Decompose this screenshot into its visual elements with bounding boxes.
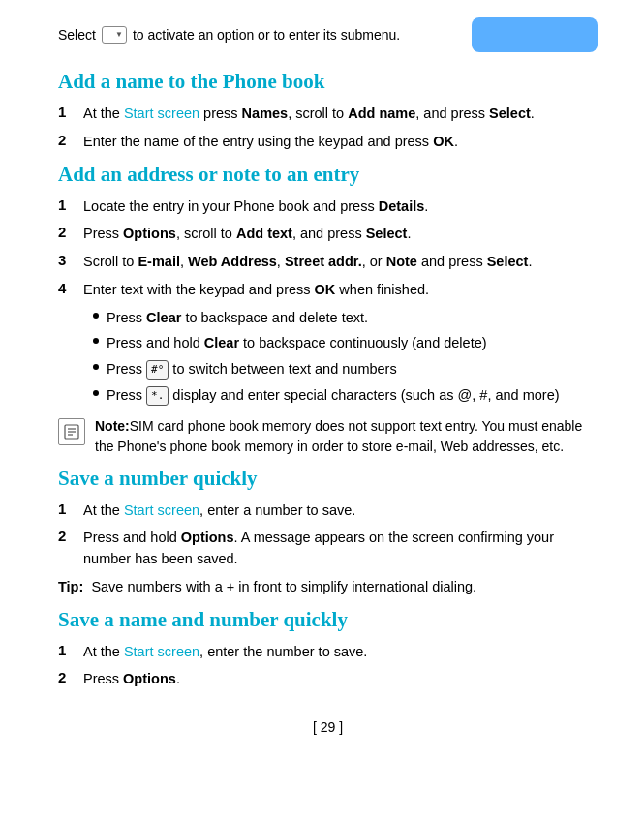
page-number: [ 29 ] (58, 719, 598, 735)
bullet-dot (93, 313, 99, 319)
select-label: Select (58, 27, 96, 43)
step-2-3: 3 Scroll to E-mail, Web Address, Street … (58, 252, 598, 273)
step-text: Enter the name of the entry using the ke… (83, 132, 458, 153)
start-screen-link: Start screen (124, 644, 199, 659)
select-icon (102, 26, 127, 44)
step-num: 1 (58, 197, 74, 218)
start-screen-link: Start screen (124, 106, 199, 121)
note-box: Note:SIM card phone book memory does not… (58, 416, 598, 457)
bullet-text: Press and hold Clear to backspace contin… (107, 333, 487, 354)
star-key-icon: *. (146, 386, 169, 407)
bullet-item: Press *. display and enter special chara… (93, 385, 598, 407)
step-text: Scroll to E-mail, Web Address, Street ad… (83, 252, 532, 273)
step-1-1: 1 At the Start screen press Names, scrol… (58, 104, 598, 125)
step-text: At the Start screen, enter a number to s… (83, 501, 355, 522)
step-2-1: 1 Locate the entry in your Phone book an… (58, 197, 598, 218)
step-text: At the Start screen press Names, scroll … (83, 104, 535, 125)
bullet-dot (93, 390, 99, 396)
step-text: Press and hold Options. A message appear… (83, 528, 598, 570)
step-text: Enter text with the keypad and press OK … (83, 280, 429, 301)
section4-title: Save a name and number quickly (58, 608, 598, 632)
instruction-rest: to activate an option or to enter its su… (133, 27, 400, 43)
note-svg-icon (63, 423, 80, 440)
step-num: 4 (58, 280, 74, 301)
top-instruction: Select to activate an option or to enter… (58, 26, 472, 44)
step-1-2: 2 Enter the name of the entry using the … (58, 132, 598, 153)
step-4-1: 1 At the Start screen, enter the number … (58, 642, 598, 663)
bullet-dot (93, 338, 99, 344)
step-num: 3 (58, 252, 74, 273)
bullet-list: Press Clear to backspace and delete text… (93, 308, 598, 407)
note-label: Note: (95, 418, 130, 434)
note-text: Note:SIM card phone book memory does not… (95, 416, 598, 457)
step-num: 1 (58, 642, 74, 663)
note-content: SIM card phone book memory does not supp… (95, 418, 582, 454)
hash-key-icon: #° (146, 360, 169, 380)
start-screen-link: Start screen (124, 502, 199, 518)
step-num: 1 (58, 104, 74, 125)
section3-title: Save a number quickly (58, 467, 598, 491)
bullet-text: Press #° to switch between text and numb… (107, 359, 397, 380)
step-num: 2 (58, 528, 74, 570)
step-num: 2 (58, 224, 74, 245)
section1-title: Add a name to the Phone book (58, 70, 598, 94)
step-num: 2 (58, 669, 74, 690)
bullet-dot (93, 364, 99, 370)
bullet-item: Press and hold Clear to backspace contin… (93, 333, 598, 354)
step-num: 2 (58, 132, 74, 153)
tip-line: Tip: Save numbers with a + in front to s… (58, 577, 598, 598)
step-text: At the Start screen, enter the number to… (83, 642, 367, 663)
step-3-2: 2 Press and hold Options. A message appe… (58, 528, 598, 570)
step-4-2: 2 Press Options. (58, 669, 598, 690)
step-text: Locate the entry in your Phone book and … (83, 197, 428, 218)
step-text: Press Options, scroll to Add text, and p… (83, 224, 411, 245)
top-bar: Select to activate an option or to enter… (58, 17, 598, 52)
bullet-text: Press Clear to backspace and delete text… (107, 308, 368, 329)
bullet-item: Press #° to switch between text and numb… (93, 359, 598, 380)
step-text: Press Options. (83, 669, 180, 690)
note-icon (58, 418, 85, 445)
bullet-item: Press Clear to backspace and delete text… (93, 308, 598, 329)
tip-text: Save numbers with a + in front to simpli… (91, 579, 476, 594)
step-2-2: 2 Press Options, scroll to Add text, and… (58, 224, 598, 245)
section2-title: Add an address or note to an entry (58, 163, 598, 187)
blue-button[interactable] (472, 17, 598, 52)
step-2-4: 4 Enter text with the keypad and press O… (58, 280, 598, 301)
step-num: 1 (58, 501, 74, 522)
step-3-1: 1 At the Start screen, enter a number to… (58, 501, 598, 522)
bullet-text: Press *. display and enter special chara… (107, 385, 560, 407)
